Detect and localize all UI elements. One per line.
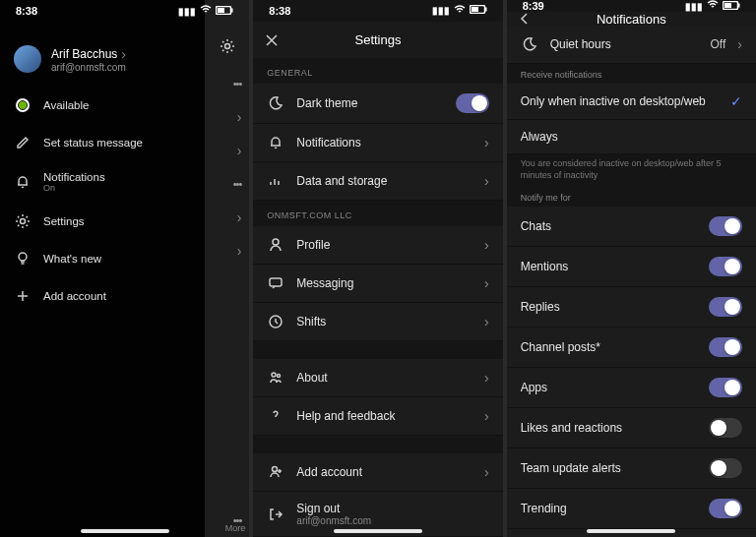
chevron-right-icon: › [237,243,242,259]
home-indicator[interactable] [334,529,422,533]
battery-icon [723,1,740,12]
messaging-row[interactable]: Messaging › [253,265,502,303]
add-account-label: Add account [43,290,106,302]
notify-label: Likes and reactions [521,421,697,435]
home-indicator[interactable] [587,529,675,533]
notify-toggle[interactable] [709,216,742,236]
bulb-icon [14,250,32,268]
signal-icon: ▮▮▮ [432,5,450,16]
messaging-label: Messaging [296,276,472,290]
svg-rect-7 [472,7,478,12]
data-storage-row[interactable]: Data and storage › [253,162,502,201]
dark-theme-toggle[interactable] [456,93,489,113]
home-indicator[interactable] [81,529,169,533]
shifts-row[interactable]: Shifts › [253,303,502,341]
status-item[interactable]: Available [0,87,205,124]
add-account-row[interactable]: Add account › [253,453,502,492]
clock: 8:38 [269,5,290,17]
row-chevron[interactable]: › [205,100,250,134]
chevron-right-icon: › [484,275,489,291]
notifications-label: Notifications [43,171,105,183]
notify-row[interactable]: Replies [507,287,756,328]
page-title: Settings [253,32,502,47]
notify-label: Channel posts* [521,340,697,354]
notify-row[interactable]: Team update alerts [507,448,756,489]
back-button[interactable] [519,12,542,26]
signout-sub: arif@onmsft.com [296,515,488,526]
chart-icon [267,172,284,190]
row-chevron[interactable]: › [205,201,250,234]
svg-rect-1 [218,8,224,13]
notify-row[interactable]: Mentions [507,247,756,287]
chevron-right-icon: › [484,464,489,480]
wifi-icon [707,0,719,12]
notify-row[interactable]: Likes and reactions [507,408,756,448]
gear-icon [14,212,32,230]
add-account-item[interactable]: Add account [0,277,205,315]
user-profile[interactable]: Arif Bacchus › arif@onmsft.com [0,22,205,87]
dark-theme-row[interactable]: Dark theme [253,84,502,124]
add-account-label: Add account [296,465,472,479]
row-chevron[interactable]: › [205,134,250,167]
chevron-right-icon: › [237,109,242,125]
more-button[interactable]: ••• [205,67,250,100]
battery-icon [216,6,233,17]
svg-point-3 [224,44,229,49]
notifications-screen: 8:39 ▮▮▮ Notifications Quiet hours Off ›… [507,0,756,537]
plus-icon [14,287,32,305]
notify-toggle[interactable] [709,418,742,438]
svg-point-12 [272,373,276,377]
option-always-label: Always [521,130,742,144]
settings-screen: 8:38 ▮▮▮ Settings GENERAL Dark theme Not… [253,0,502,537]
help-row[interactable]: Help and feedback › [253,397,502,436]
signout-label: Sign out [296,502,488,515]
receive-header: Receive notifications [507,64,756,84]
notify-row[interactable]: Trending [507,489,756,529]
option-always[interactable]: Always [507,120,756,154]
close-icon [265,33,279,47]
moon-icon [267,94,284,112]
more-button[interactable]: ••• [205,167,250,201]
notify-toggle[interactable] [709,499,742,518]
bell-icon [267,134,284,151]
status-bar: 8:38 ▮▮▮ [0,0,249,22]
bell-icon [14,173,32,191]
notifications-row[interactable]: Notifications › [253,124,502,162]
svg-rect-2 [231,8,233,12]
whatsnew-label: What's new [43,253,101,265]
question-icon [267,407,284,425]
whatsnew-item[interactable]: What's new [0,240,205,277]
settings-item[interactable]: Settings [0,203,205,240]
clock-icon [267,313,284,330]
signout-icon [267,506,284,523]
about-label: About [296,371,472,385]
notify-toggle[interactable] [709,378,742,397]
dots-icon: ••• [233,78,242,90]
checkmark-icon: ✓ [730,93,742,109]
user-name: Arif Bacchus [51,47,117,61]
notify-toggle[interactable] [709,257,742,276]
svg-rect-8 [485,8,487,12]
notify-row[interactable]: Apps [507,368,756,408]
quiet-hours-row[interactable]: Quiet hours Off › [507,26,756,64]
notifications-item[interactable]: Notifications On [0,161,205,203]
notify-toggle[interactable] [709,297,742,317]
notify-toggle[interactable] [709,458,742,478]
dots-icon: ••• [233,178,242,190]
chevron-right-icon: › [484,173,489,189]
notify-toggle[interactable] [709,337,742,357]
about-row[interactable]: About › [253,359,502,397]
notify-label: Replies [521,300,697,314]
close-button[interactable] [265,33,288,47]
row-chevron[interactable]: › [205,234,250,268]
notify-row[interactable]: Chats [507,207,756,247]
notify-row[interactable]: Channel posts* [507,328,756,368]
option-inactive[interactable]: Only when inactive on desktop/web ✓ [507,84,756,120]
gear-button[interactable] [205,30,250,63]
background-app-strip: ••• › › ••• › › ••• More [205,0,250,537]
wifi-icon [454,5,466,17]
set-status-item[interactable]: Set status message [0,124,205,161]
profile-row[interactable]: Profile › [253,226,502,265]
notifications-sub: On [43,183,105,193]
notify-label: Apps [521,381,697,394]
